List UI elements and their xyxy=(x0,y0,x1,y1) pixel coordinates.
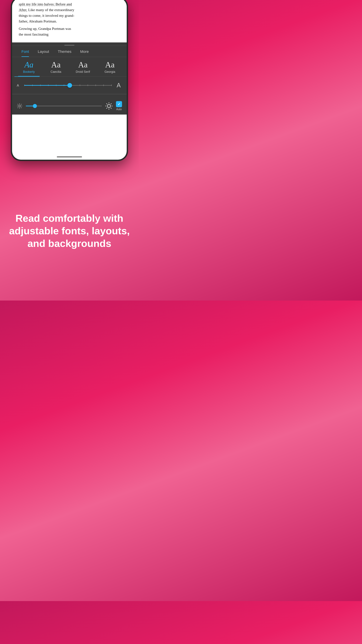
font-sample-droid-serif: Aa xyxy=(78,61,88,69)
font-option-georgia[interactable]: Aa Georgia xyxy=(96,61,123,74)
font-sample-bookerly: Aa xyxy=(24,61,33,69)
settings-panel: Font Layout Themes More A xyxy=(12,46,127,114)
font-size-slider-track[interactable] xyxy=(24,85,112,86)
tick-10 xyxy=(95,84,96,86)
promo-headline: Read comfortably with adjustable fonts, … xyxy=(8,212,130,250)
font-size-small-label: A xyxy=(17,84,21,88)
brightness-icon-small xyxy=(17,103,22,109)
svg-point-9 xyxy=(107,104,110,108)
tick-11 xyxy=(103,84,104,86)
brightness-row: ✓ Auto xyxy=(12,98,127,114)
book-text-line1: split my life into halves: Before and xyxy=(19,1,120,7)
svg-line-13 xyxy=(111,108,111,108)
book-text-line2: After. Like many of the extraordinary xyxy=(19,7,120,13)
settings-tabs: Font Layout Themes More xyxy=(12,46,127,57)
font-sample-caecilia: Aa xyxy=(51,61,61,69)
tab-font[interactable]: Font xyxy=(17,46,33,57)
book-text-line5: Growing up, Grandpa Portman was xyxy=(19,26,120,32)
font-option-bookerly[interactable]: Aa Bookerly xyxy=(15,61,42,74)
book-text-line6: the most fascinating xyxy=(19,32,120,37)
tick-12 xyxy=(111,84,112,86)
font-size-slider-thumb[interactable] xyxy=(67,83,72,88)
svg-line-3 xyxy=(18,104,18,104)
svg-line-4 xyxy=(21,108,21,108)
tick-8 xyxy=(80,84,80,86)
check-icon: ✓ xyxy=(118,102,120,106)
font-name-caecilia: Caecilia xyxy=(50,70,61,74)
font-sample-georgia: Aa xyxy=(105,61,115,69)
tick-9 xyxy=(88,84,88,86)
phone-mockup: split my life into halves: Before and Af… xyxy=(11,0,128,161)
svg-point-0 xyxy=(18,105,20,107)
font-name-bookerly: Bookerly xyxy=(23,70,35,74)
svg-line-12 xyxy=(107,104,107,104)
tab-more[interactable]: More xyxy=(76,46,93,57)
book-text-line4: father, Abraham Portman. xyxy=(19,18,120,24)
svg-line-7 xyxy=(18,108,18,108)
font-options-row: Aa Bookerly Aa Caecilia Aa Droid Serif xyxy=(12,57,127,76)
font-option-droid-serif[interactable]: Aa Droid Serif xyxy=(69,61,96,74)
book-text-line3: things to come, it involved my grand- xyxy=(19,13,120,18)
font-name-georgia: Georgia xyxy=(104,70,115,74)
book-reading-area: split my life into halves: Before and Af… xyxy=(12,0,127,42)
font-size-slider-fill xyxy=(24,85,70,86)
font-size-row: A xyxy=(12,77,127,94)
promo-section: Read comfortably with adjustable fonts, … xyxy=(0,161,139,300)
auto-checkbox-box[interactable]: ✓ xyxy=(116,101,122,107)
phone-screen: split my life into halves: Before and Af… xyxy=(12,0,127,160)
drag-handle-wrap xyxy=(12,42,127,46)
auto-brightness-control[interactable]: ✓ Auto xyxy=(116,101,122,111)
svg-line-16 xyxy=(107,108,107,108)
font-size-large-label: A xyxy=(115,82,122,89)
svg-line-17 xyxy=(111,104,111,104)
tab-layout[interactable]: Layout xyxy=(33,46,53,57)
auto-brightness-label: Auto xyxy=(116,108,122,111)
svg-line-8 xyxy=(21,104,21,104)
drag-handle[interactable] xyxy=(64,45,74,46)
font-name-droid-serif: Droid Serif xyxy=(76,70,90,74)
phone-body: split my life into halves: Before and Af… xyxy=(11,0,128,161)
brightness-slider-thumb[interactable] xyxy=(33,104,37,108)
home-indicator xyxy=(57,156,82,157)
brightness-icon-large xyxy=(105,102,113,110)
font-option-caecilia[interactable]: Aa Caecilia xyxy=(42,61,69,74)
tab-themes[interactable]: Themes xyxy=(53,46,76,57)
brightness-slider-track[interactable] xyxy=(26,106,102,106)
